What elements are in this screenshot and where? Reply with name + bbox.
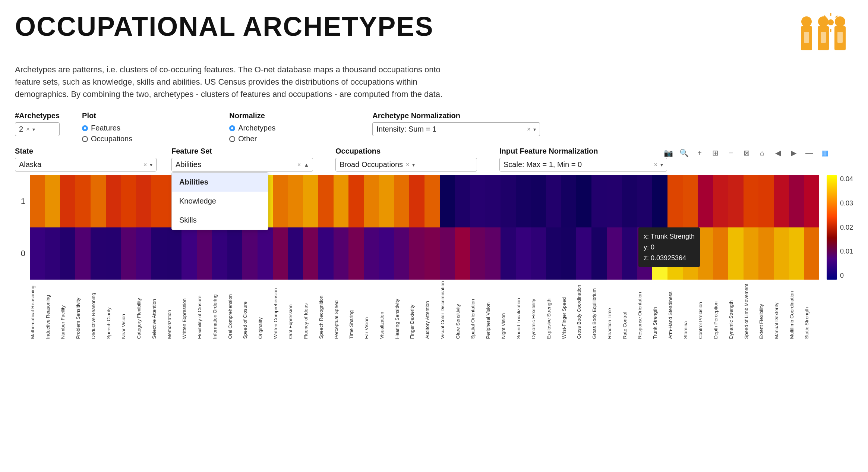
heatmap-cell[interactable] (713, 175, 728, 227)
heatmap-cell[interactable] (485, 175, 501, 227)
heatmap-cell[interactable] (379, 227, 394, 280)
heatmap-cell[interactable] (698, 175, 713, 227)
plot-occupations-option[interactable]: Occupations (82, 135, 132, 143)
heatmap-cell[interactable] (576, 175, 591, 227)
heatmap-cell[interactable] (531, 175, 546, 227)
heatmap-cell[interactable] (288, 175, 303, 227)
heatmap-cell[interactable] (561, 175, 577, 227)
normalize-archetypes-option[interactable]: Archetypes (229, 124, 275, 132)
archetypes-arrow[interactable]: ▾ (32, 126, 35, 132)
heatmap-cell[interactable] (136, 175, 151, 227)
heatmap-cell[interactable] (546, 227, 561, 280)
heatmap-cell[interactable] (60, 175, 75, 227)
heatmap-cell[interactable] (151, 175, 167, 227)
heatmap-cell[interactable] (607, 175, 622, 227)
heatmap-cell[interactable] (774, 227, 789, 280)
input-feature-select[interactable]: Scale: Max = 1, Min = 0 × ▾ (499, 158, 667, 172)
heatmap-cell[interactable] (728, 227, 744, 280)
heatmap-cell[interactable] (667, 227, 683, 280)
heatmap-cell[interactable] (683, 175, 698, 227)
archetype-norm-select[interactable]: Intensity: Sum = 1 × ▾ (372, 122, 540, 136)
heatmap-cell[interactable] (45, 227, 60, 280)
heatmap-cell[interactable] (121, 175, 136, 227)
heatmap-cell[interactable] (318, 175, 334, 227)
heatmap-cell[interactable] (561, 227, 577, 280)
heatmap-cell[interactable] (789, 227, 804, 280)
heatmap-cell[interactable] (60, 227, 75, 280)
heatmap-cell[interactable] (607, 227, 622, 280)
heatmap-cell[interactable] (409, 227, 424, 280)
heatmap-cell[interactable] (531, 227, 546, 280)
zoom-icon[interactable]: 🔍 (678, 147, 690, 159)
heatmap-cell[interactable] (318, 227, 334, 280)
heatmap-cell[interactable] (334, 175, 349, 227)
heatmap-cell[interactable] (576, 227, 591, 280)
heatmap-cell[interactable] (75, 227, 91, 280)
heatmap-cell[interactable] (121, 227, 136, 280)
heatmap-cell[interactable] (258, 227, 273, 280)
heatmap-cell[interactable] (151, 227, 167, 280)
heatmap-cell[interactable] (348, 227, 364, 280)
heatmap-cell[interactable] (91, 175, 106, 227)
input-feature-arrow[interactable]: ▾ (660, 162, 663, 168)
plot-features-option[interactable]: Features (82, 124, 132, 132)
heatmap-cell[interactable] (683, 227, 698, 280)
heatmap-cell[interactable] (136, 227, 151, 280)
heatmap-cell[interactable] (394, 227, 410, 280)
heatmap-cell[interactable] (106, 175, 121, 227)
heatmap-cell[interactable] (30, 175, 45, 227)
zoom-out-icon[interactable]: − (725, 147, 737, 159)
occupations-arrow[interactable]: ▾ (412, 162, 415, 168)
heatmap-cell[interactable] (470, 227, 485, 280)
heatmap-cell[interactable] (485, 227, 501, 280)
heatmap-cell[interactable] (424, 175, 440, 227)
heatmap-cell[interactable] (409, 175, 424, 227)
heatmap-cell[interactable] (379, 175, 394, 227)
heatmap-cell[interactable] (622, 175, 637, 227)
heatmap-cell[interactable] (622, 227, 637, 280)
heatmap-cell[interactable] (30, 227, 45, 280)
heatmap-cell[interactable] (713, 227, 728, 280)
heatmap-cell[interactable] (698, 227, 713, 280)
crop-icon[interactable]: ⊠ (741, 147, 752, 159)
heatmap-cell[interactable] (273, 227, 288, 280)
heatmap-cell[interactable] (652, 227, 667, 280)
heatmap-cell[interactable] (182, 227, 197, 280)
normalize-other-option[interactable]: Other (229, 135, 275, 143)
heatmap-cell[interactable] (167, 227, 182, 280)
heatmap-cell[interactable] (440, 227, 455, 280)
heatmap-cell[interactable] (470, 175, 485, 227)
heatmap-cell[interactable] (348, 175, 364, 227)
heatmap-cell[interactable] (744, 227, 759, 280)
occupations-select[interactable]: Broad Occupations × ▾ (335, 158, 477, 172)
camera-icon[interactable]: 📷 (662, 147, 674, 159)
heatmap-cell[interactable] (212, 227, 227, 280)
zoom-in-icon[interactable]: + (694, 147, 706, 159)
feature-set-clear[interactable]: × (297, 161, 301, 168)
heatmap-cell[interactable] (455, 227, 470, 280)
heatmap-cell[interactable] (774, 175, 789, 227)
heatmap-cell[interactable] (591, 175, 607, 227)
heatmap-cell[interactable] (303, 175, 318, 227)
heatmap-cell[interactable] (637, 175, 652, 227)
archetype-norm-clear[interactable]: × (527, 126, 530, 133)
bar-chart-icon[interactable]: ▦ (819, 147, 831, 159)
input-feature-clear[interactable]: × (654, 161, 657, 168)
feature-set-arrow[interactable]: ▲ (304, 162, 309, 168)
heatmap-cell[interactable] (667, 175, 683, 227)
forward-icon[interactable]: ▶ (787, 147, 799, 159)
heatmap-cell[interactable] (364, 175, 379, 227)
heatmap-cell[interactable] (227, 227, 243, 280)
archetypes-clear[interactable]: × (26, 126, 29, 133)
heatmap-cell[interactable] (455, 175, 470, 227)
heatmap-cell[interactable] (424, 227, 440, 280)
heatmap-cell[interactable] (303, 227, 318, 280)
heatmap-cell[interactable] (804, 227, 819, 280)
heatmap-cell[interactable] (501, 175, 516, 227)
home-icon[interactable]: ⌂ (756, 147, 768, 159)
heatmap-cell[interactable] (75, 175, 91, 227)
state-clear[interactable]: × (143, 161, 147, 168)
heatmap-cell[interactable] (334, 227, 349, 280)
heatmap-cell[interactable] (516, 175, 531, 227)
heatmap-cell[interactable] (804, 175, 819, 227)
